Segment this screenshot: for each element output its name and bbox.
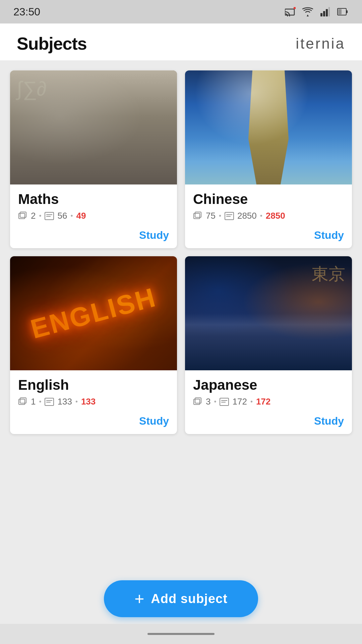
add-subject-button[interactable]: + Add subject [104,580,258,617]
card-body-maths: Maths 2 • 56 • 49 [10,184,177,248]
stat-dot-2: • [75,398,78,406]
overdue-count: 49 [76,211,86,221]
card-title-chinese: Chinese [193,191,344,207]
home-indicator [147,633,215,635]
signal-icon [319,6,331,18]
overdue-count: 172 [256,396,270,407]
app-header: Subjects iternia [0,23,362,60]
svg-rect-19 [19,399,25,405]
battery-icon [337,6,349,18]
deck-count: 2 [31,211,36,221]
svg-rect-9 [19,213,25,219]
svg-rect-1 [294,7,296,9]
card-image-english [10,256,177,370]
card-stats-japanese: 3 • 172 • 172 [193,396,344,407]
status-bar: 23:50 [0,0,362,23]
card-icon [220,398,229,406]
card-icon [45,398,54,406]
svg-rect-3 [323,11,325,16]
card-title-english: English [18,377,169,393]
svg-rect-8 [338,9,342,14]
subject-card-english[interactable]: English 1 • 133 • 133 [10,256,177,434]
overdue-count: 133 [81,396,96,407]
wifi-icon [302,6,314,18]
card-image-maths [10,70,177,184]
svg-rect-14 [194,213,200,219]
stat-dot-1: • [219,212,221,220]
deck-icon [193,211,202,221]
card-stats-chinese: 75 • 2850 • 2850 [193,211,344,221]
stat-dot-1: • [39,398,41,406]
overdue-count: 2850 [266,211,285,221]
stat-dot-1: • [214,398,216,406]
subject-card-japanese[interactable]: Japanese 3 • 172 • 172 [185,256,352,434]
svg-rect-24 [194,399,200,405]
subject-card-chinese[interactable]: Chinese 75 • 2850 • 2850 [185,70,352,248]
subject-card-maths[interactable]: Maths 2 • 56 • 49 [10,70,177,248]
svg-rect-25 [195,398,201,403]
main-content: Maths 2 • 56 • 49 [0,60,362,644]
deck-icon [193,397,202,407]
add-subject-label: Add subject [151,592,227,606]
study-button-maths[interactable]: Study [18,228,169,243]
card-title-japanese: Japanese [193,377,344,393]
app-brand: iternia [296,35,345,52]
add-subject-plus-icon: + [134,590,144,607]
bottom-navigation-bar [0,624,362,644]
stat-dot-2: • [70,212,73,220]
card-stats-english: 1 • 133 • 133 [18,396,169,407]
deck-count: 1 [31,396,36,407]
card-title-maths: Maths [18,191,169,207]
cards-count: 172 [232,396,247,407]
page-title: Subjects [17,34,87,54]
stat-dot-2: • [250,398,253,406]
stat-dot-2: • [260,212,262,220]
svg-rect-10 [20,212,26,217]
deck-count: 75 [206,211,216,221]
svg-rect-7 [346,10,348,13]
card-icon [45,212,54,220]
card-icon [225,212,234,220]
cards-count: 2850 [237,211,257,221]
svg-rect-20 [20,398,26,403]
deck-icon [18,211,27,221]
deck-count: 3 [206,396,210,407]
status-time: 23:50 [13,6,40,18]
study-button-english[interactable]: Study [18,414,169,429]
cards-count: 56 [57,211,67,221]
card-image-chinese [185,70,352,184]
card-body-chinese: Chinese 75 • 2850 • 2850 [185,184,352,248]
study-button-japanese[interactable]: Study [193,414,344,429]
card-stats-maths: 2 • 56 • 49 [18,211,169,221]
cast-icon [284,6,296,18]
stat-dot-1: • [39,212,41,220]
card-body-english: English 1 • 133 • 133 [10,370,177,434]
status-icons [284,6,349,18]
cards-count: 133 [57,396,72,407]
subjects-grid: Maths 2 • 56 • 49 [10,70,352,434]
card-image-japanese [185,256,352,370]
svg-rect-5 [328,7,330,16]
study-button-chinese[interactable]: Study [193,228,344,243]
deck-icon [18,397,27,407]
svg-rect-15 [195,212,201,217]
svg-rect-4 [326,9,328,16]
card-body-japanese: Japanese 3 • 172 • 172 [185,370,352,434]
svg-rect-2 [320,13,322,16]
